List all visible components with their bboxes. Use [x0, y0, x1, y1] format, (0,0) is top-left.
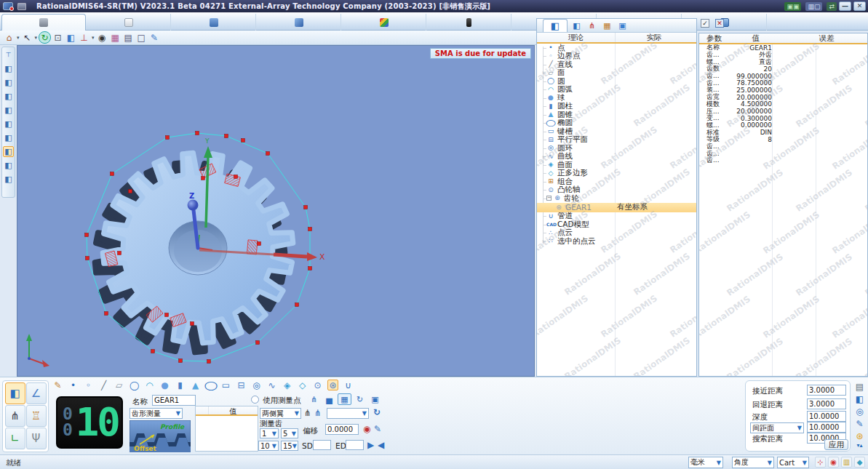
- screen-layout-icon[interactable]: ▥▢: [805, 2, 822, 11]
- tree-item-凸轮轴[interactable]: ⊙凸轮轴: [537, 186, 696, 195]
- feature-circle-icon[interactable]: ◯: [129, 380, 140, 390]
- name-input[interactable]: [152, 395, 196, 406]
- refresh-icon[interactable]: ↻: [39, 31, 51, 44]
- feature-sphere-icon[interactable]: ●: [159, 380, 170, 390]
- brush-icon[interactable]: ✎: [148, 31, 161, 44]
- sd-input[interactable]: [313, 440, 331, 450]
- tree-item-选中的点云[interactable]: ∷选中的点云: [537, 237, 696, 246]
- connection-icon[interactable]: ⇄: [827, 2, 837, 11]
- minimize-button[interactable]: —: [839, 1, 851, 11]
- cursor-icon[interactable]: ↖: [21, 31, 33, 44]
- tab-tolerance[interactable]: ▦: [601, 20, 613, 31]
- tooth-to-select[interactable]: 5▼: [281, 428, 298, 438]
- feature-cylinder-icon[interactable]: ▮: [175, 380, 186, 390]
- shaded-cube-icon[interactable]: ◧: [65, 31, 77, 44]
- box-icon[interactable]: □: [135, 31, 148, 44]
- apply-button[interactable]: 应用: [824, 439, 848, 450]
- zoom-select-icon[interactable]: ⊡: [52, 31, 64, 44]
- print-icon[interactable]: ▤: [856, 382, 864, 392]
- 3d-viewport[interactable]: XYZ SMA is due for update: [17, 45, 535, 377]
- angle-select[interactable]: 角度▼: [732, 457, 774, 468]
- offset-input[interactable]: [325, 424, 359, 435]
- field-input-接近距离[interactable]: [807, 385, 846, 396]
- probe-point-icon[interactable]: ◉: [363, 425, 370, 433]
- feature-parallel-planes-icon[interactable]: ⊟: [236, 380, 247, 390]
- log-book-icon[interactable]: ▥: [841, 457, 852, 468]
- datum-select[interactable]: ▼: [327, 408, 369, 419]
- side-tool-select-cube3[interactable]: ◧: [3, 105, 14, 116]
- refresh-small-icon[interactable]: ↻: [373, 408, 381, 417]
- ribbon-tab-table[interactable]: [172, 14, 256, 31]
- param-row[interactable]: 齿...: [699, 157, 867, 164]
- ribbon-tab-hand-measure[interactable]: [1, 14, 86, 31]
- field-input-间距面[interactable]: [807, 422, 846, 433]
- ribbon-tab-cad-cube[interactable]: [257, 14, 341, 31]
- axes-mode-button[interactable]: ∟: [5, 428, 25, 449]
- side-tool-probe-cube[interactable]: ◧: [3, 119, 14, 129]
- tooth-to2-select[interactable]: 15▼: [281, 441, 298, 451]
- tab-graph-view[interactable]: ▅: [322, 393, 336, 405]
- cursor-icon-dropdown-caret[interactable]: ▾: [35, 35, 38, 41]
- magnifier-icon[interactable]: ◎: [856, 406, 863, 417]
- feature-cone-icon[interactable]: ▲: [190, 380, 201, 390]
- 3d-gear-canvas[interactable]: XYZ: [17, 46, 534, 376]
- probe-ball-icon[interactable]: ◉: [828, 457, 839, 468]
- device-status-icon[interactable]: ▣▣: [784, 2, 801, 11]
- ribbon-tab-probe-black[interactable]: [427, 14, 511, 31]
- edit-icon[interactable]: ✎: [374, 425, 381, 433]
- tab-table-view[interactable]: ▦: [338, 393, 351, 405]
- feature-gear-icon[interactable]: ⊛: [327, 380, 338, 390]
- probe-dir2-icon[interactable]: ⋔: [314, 409, 322, 417]
- side-tool-rotate-cube[interactable]: ◧: [3, 160, 14, 171]
- feature-camshaft-icon[interactable]: ⊙: [312, 380, 323, 390]
- ribbon-tab-render-diamond[interactable]: [342, 14, 426, 31]
- tab-report[interactable]: ▣: [616, 20, 629, 31]
- measured-values-list[interactable]: 值: [195, 406, 258, 452]
- annotate-icon[interactable]: ▤: [122, 31, 135, 44]
- tab-features-small[interactable]: ◧: [570, 20, 583, 31]
- feature-boundary-point-icon[interactable]: ◦: [83, 380, 94, 390]
- side-tool-drag-cube[interactable]: ◧: [3, 174, 14, 185]
- side-tool-measure-cube-active[interactable]: ◧: [3, 146, 14, 157]
- side-tool-pin-icon[interactable]: ⊥: [3, 49, 14, 60]
- panel-close-icon[interactable]: ✕: [715, 19, 724, 28]
- home-icon-dropdown-caret[interactable]: ▾: [17, 35, 20, 41]
- tab-report-view[interactable]: ▣: [368, 393, 382, 405]
- home-icon[interactable]: ⌂: [3, 31, 15, 44]
- spacing-plane-select[interactable]: 间距面▼: [750, 422, 804, 433]
- feature-point-icon[interactable]: •: [68, 380, 79, 390]
- feature-polygon-icon[interactable]: ◇: [297, 380, 308, 390]
- field-input-回退距离[interactable]: [807, 398, 846, 409]
- palette-icon[interactable]: ▦: [109, 31, 122, 44]
- eye-icon[interactable]: ◉: [96, 31, 108, 44]
- feature-ring-icon[interactable]: ◎: [251, 380, 262, 390]
- ed-input[interactable]: [346, 440, 364, 450]
- ribbon-tab-document[interactable]: [87, 14, 171, 31]
- auto-update-checkbox[interactable]: ✓: [701, 19, 709, 28]
- sma-update-notification[interactable]: SMA is due for update: [430, 48, 531, 59]
- play-back-icon[interactable]: ◀: [378, 441, 384, 449]
- measure-type-select[interactable]: 齿形测量▼: [130, 408, 183, 419]
- probe-mode-button[interactable]: ⋔: [5, 405, 25, 427]
- probe-dir1-icon[interactable]: ⋔: [304, 409, 311, 417]
- feature-ellipse-icon[interactable]: ◯: [205, 380, 216, 390]
- side-tool-select-cube2[interactable]: ◧: [3, 91, 14, 102]
- cube-probe-icon[interactable]: ◧: [856, 394, 864, 404]
- machine-mode-button[interactable]: Ψ: [26, 428, 47, 449]
- axes-icon-dropdown-caret[interactable]: ▾: [92, 35, 95, 41]
- feature-plane-icon[interactable]: ▱: [114, 380, 124, 390]
- side-tool-select-off-cube[interactable]: ◧: [3, 63, 14, 74]
- collapse-chevrons-icon[interactable]: ▾▴: [856, 444, 862, 448]
- probe-paint-icon[interactable]: ✎: [856, 419, 863, 429]
- expander-icon[interactable]: −: [546, 196, 552, 201]
- tree-column-headers[interactable]: 理论 实际: [537, 33, 696, 44]
- tab-rotate-view[interactable]: ↻: [353, 393, 367, 405]
- feature-pipe-icon[interactable]: ∪: [343, 380, 354, 390]
- axes-icon[interactable]: ⊥: [78, 31, 90, 44]
- window-menu-icon[interactable]: [17, 3, 26, 10]
- tab-features[interactable]: ◧: [543, 19, 568, 32]
- side-tool-probe-cube2[interactable]: ◧: [3, 132, 14, 143]
- measure-mode-button[interactable]: ◧: [5, 382, 25, 404]
- play-forward-icon[interactable]: ▶: [367, 441, 374, 449]
- feature-keyway-icon[interactable]: ▭: [220, 380, 231, 390]
